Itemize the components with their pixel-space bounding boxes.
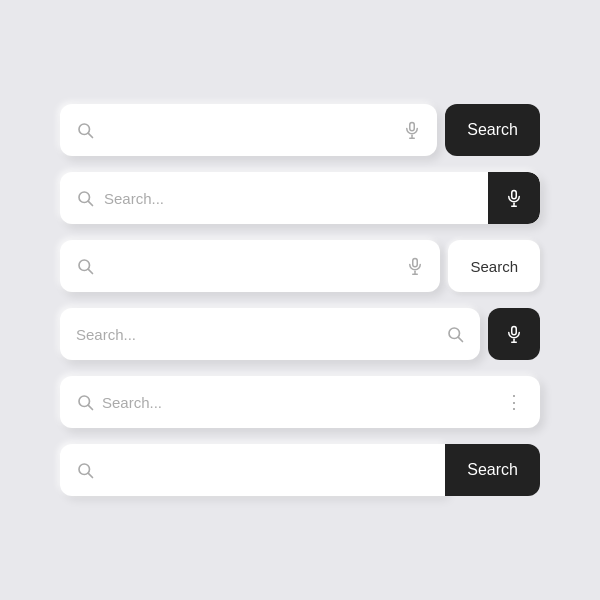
search-input-2[interactable] <box>104 190 472 207</box>
svg-line-21 <box>88 405 92 409</box>
search-input-6[interactable] <box>102 462 429 479</box>
search-row-5: ⋮ <box>60 376 540 428</box>
dots-menu-icon[interactable]: ⋮ <box>505 391 524 413</box>
search-input-1[interactable] <box>102 122 395 139</box>
svg-line-1 <box>88 133 92 137</box>
search-button-1[interactable]: Search <box>445 104 540 156</box>
search-bar-4 <box>60 308 480 360</box>
search-bar-5: ⋮ <box>60 376 540 428</box>
svg-line-23 <box>88 473 92 477</box>
search-bar-2-left <box>60 189 488 207</box>
mic-icon-3 <box>406 257 424 275</box>
search-button-6[interactable]: Search <box>445 444 540 496</box>
search-icon-3 <box>76 257 94 275</box>
svg-line-16 <box>458 337 462 341</box>
search-bar-2 <box>60 172 540 224</box>
svg-rect-12 <box>413 259 418 267</box>
search-input-3[interactable] <box>102 258 398 275</box>
search-input-4[interactable] <box>76 326 446 343</box>
search-row-2 <box>60 172 540 224</box>
search-row-3: Search <box>60 240 540 292</box>
svg-rect-17 <box>512 327 517 335</box>
search-row-1: Search <box>60 104 540 156</box>
search-button-3[interactable]: Search <box>448 240 540 292</box>
search-icon-1 <box>76 121 94 139</box>
search-bar-3 <box>60 240 440 292</box>
mic-icon-2 <box>505 189 523 207</box>
svg-line-6 <box>88 201 92 205</box>
svg-line-11 <box>88 269 92 273</box>
search-row-4 <box>60 308 540 360</box>
mic-button-2[interactable] <box>488 172 540 224</box>
search-bar-6 <box>60 444 445 496</box>
svg-rect-2 <box>410 123 415 131</box>
search-icon-5 <box>76 393 94 411</box>
search-input-5[interactable] <box>102 394 497 411</box>
search-icon-4 <box>446 325 464 343</box>
svg-rect-7 <box>512 191 517 199</box>
search-icon-6 <box>76 461 94 479</box>
mic-icon-4 <box>505 325 523 343</box>
search-row-6: Search <box>60 444 540 496</box>
mic-icon-1 <box>403 121 421 139</box>
search-icon-2 <box>76 189 94 207</box>
mic-button-4[interactable] <box>488 308 540 360</box>
search-variants-container: Search <box>60 104 540 496</box>
search-bar-1 <box>60 104 437 156</box>
